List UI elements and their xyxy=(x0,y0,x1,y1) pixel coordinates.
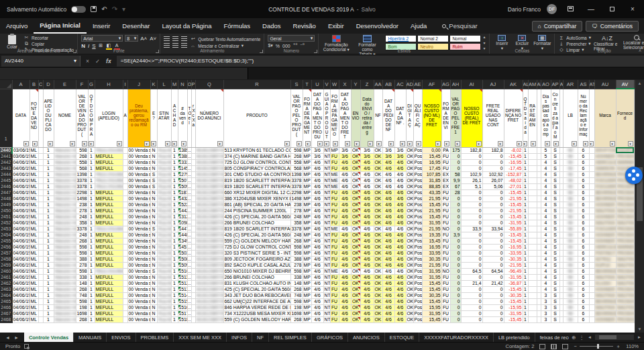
cell-R2468[interactable]: 559 (C) GOLDEN MELODY HARMONICA xyxy=(223,316,290,322)
header-cell-Z[interactable]: Data do ENVI O / retira da / entre g▾ xyxy=(360,89,374,147)
cell-V2464[interactable]: NT xyxy=(323,292,330,298)
cell-AM2463[interactable] xyxy=(528,286,537,292)
cell-I2461[interactable] xyxy=(123,274,127,280)
cell-W2442[interactable]: FU xyxy=(330,159,339,165)
cell-J2451[interactable]: 00 Venda se xyxy=(127,214,150,220)
zoom-level[interactable]: 110% xyxy=(626,343,639,349)
cell-AF2447[interactable]: 43,35 xyxy=(422,189,441,195)
cell-G2444[interactable]: 1 xyxy=(88,171,95,177)
cell-B2449[interactable]: ML xyxy=(30,202,38,208)
cell-X2463[interactable]: 4/6 xyxy=(339,286,351,292)
cell-AR2456[interactable]: 98 xyxy=(563,244,578,250)
header-cell-A[interactable]: DATA▾ xyxy=(12,89,30,147)
cell-J2466[interactable]: 00 Venda se xyxy=(127,304,150,310)
ribbon-tab-inserir[interactable]: Inserir xyxy=(87,18,116,34)
cell-R2466[interactable]: 846 HARPIA VERDE REDE DE DESCAN xyxy=(223,304,290,310)
cell-AD2464[interactable]: OK xyxy=(406,292,413,298)
cell-AU2441[interactable]: HOHNER xyxy=(594,153,616,159)
cell-AA2453[interactable]: OK xyxy=(374,226,382,232)
cell-E2457[interactable]: Marcelo Vieira xyxy=(54,250,76,256)
cell-L2442[interactable]: Rua Almeida P xyxy=(157,159,171,165)
header-cell-AB[interactable]: DATA DO PEDI DO DE NF▾ xyxy=(382,89,394,147)
cell-AC2456[interactable]: 4/6 xyxy=(394,244,406,250)
cell-H2458[interactable]: MEFULL xyxy=(95,256,123,262)
cell-W2440[interactable]: MP xyxy=(330,147,339,153)
filter-dropdown-icon[interactable]: ▾ xyxy=(48,141,53,146)
cell-AC2455[interactable]: 4/6 xyxy=(394,238,406,244)
cell-AP2465[interactable]: S xyxy=(551,298,559,304)
cell-F2455[interactable]: 268 xyxy=(76,238,88,244)
cell-AS2456[interactable]: 6 xyxy=(578,244,589,250)
hscroll-right-icon[interactable]: ► xyxy=(637,335,641,339)
cell-AL2465[interactable]: 1 xyxy=(523,298,528,304)
cell-AV2452[interactable]: NAUTIKA xyxy=(616,220,634,226)
cell-A2454[interactable]: 04/06/19 xyxy=(12,232,30,238)
cell-AC2459[interactable]: 4/6 xyxy=(394,262,406,268)
cell-H2465[interactable]: MEFULL xyxy=(95,298,123,304)
cell-G2458[interactable]: 1 xyxy=(88,256,95,262)
cell-AF2460[interactable]: 31,95 xyxy=(422,268,441,274)
cell-AM2462[interactable] xyxy=(528,280,537,286)
cell-AO2451[interactable]: 4 xyxy=(541,214,551,220)
cell-N2465[interactable]: 15152 xyxy=(178,298,187,304)
cell-AJ2467[interactable]: 0 xyxy=(482,310,504,316)
cell-AU2442[interactable]: HERCULES xyxy=(594,159,616,165)
cell-AD2460[interactable]: OK xyxy=(406,268,413,274)
cell-AI2440[interactable]: 182,8 xyxy=(461,147,482,153)
cell-AG2468[interactable]: FU xyxy=(441,316,450,322)
filter-dropdown-icon[interactable]: ▾ xyxy=(523,141,527,146)
cell-D2443[interactable]: 1 xyxy=(43,165,54,171)
cell-AA2452[interactable]: OK xyxy=(374,220,382,226)
cell-AA2441[interactable]: OK xyxy=(374,153,382,159)
cell-AD2445[interactable]: OK xyxy=(406,177,413,183)
cell-AK2448[interactable]: -21,95 xyxy=(504,195,523,202)
cell-AO2456[interactable]: 4 xyxy=(541,244,551,250)
cell-C2459[interactable] xyxy=(38,262,43,268)
cell-U2452[interactable]: 4/6 xyxy=(311,220,323,226)
cell-C2460[interactable] xyxy=(38,268,43,274)
cell-B2448[interactable]: ML xyxy=(30,195,38,202)
cell-AT2449[interactable] xyxy=(589,202,594,208)
cell-U2448[interactable]: 4/6 xyxy=(311,195,323,202)
cell-AO2450[interactable]: 4 xyxy=(541,208,551,214)
cell-AF2463[interactable]: 15,45 xyxy=(422,286,441,292)
cell-AU2461[interactable]: NAUTIKA xyxy=(594,274,616,280)
column-header-F[interactable]: F xyxy=(76,80,88,89)
cell-AR2465[interactable]: 98 xyxy=(563,298,578,304)
filter-dropdown-icon[interactable]: ▾ xyxy=(376,141,382,146)
cell-M2462[interactable]: 1 xyxy=(171,280,178,286)
cell-AJ2468[interactable]: 0 xyxy=(482,316,504,322)
cell-AA2440[interactable]: OK xyxy=(374,147,382,153)
cell-E2444[interactable]: Marcelo Vieira xyxy=(54,171,76,177)
cell-AK2449[interactable]: -15,45 xyxy=(504,202,523,208)
header-cell-T[interactable]: FO RM A DE PA GA ME NT▾ xyxy=(303,89,311,147)
cell-C2454[interactable] xyxy=(38,232,43,238)
cell-H2447[interactable]: MEFULL xyxy=(95,189,123,195)
cell-AU2466[interactable]: NAUTIKA xyxy=(594,304,616,310)
column-header-C[interactable]: C xyxy=(38,80,43,89)
cell-M2458[interactable]: 1 xyxy=(171,256,178,262)
share-button[interactable]: ⌂Compartilhar xyxy=(532,21,583,32)
cell-Y2456[interactable]: OK xyxy=(351,244,360,250)
cell-AP2442[interactable]: S xyxy=(551,159,559,165)
cell-AG2451[interactable]: FU xyxy=(441,214,450,220)
cell-AL2460[interactable]: 1 xyxy=(523,268,528,274)
cell-U2446[interactable]: 4/6 xyxy=(311,183,323,189)
cell-M2445[interactable]: 1 xyxy=(171,177,178,183)
cell-N2446[interactable]: 15098 xyxy=(178,183,187,189)
cell-AB2440[interactable]: 3/6 xyxy=(382,147,394,153)
cell-A2441[interactable]: 03/06/19 xyxy=(12,153,30,159)
header-cell-AO[interactable]: Dia s pas sad os apó s a co mp▾ xyxy=(541,89,551,147)
cell-AS2467[interactable]: 6 xyxy=(578,310,589,316)
cell-AC2454[interactable]: 4/6 xyxy=(394,232,406,238)
cell-D2449[interactable]: 1 xyxy=(43,202,54,208)
cell-Q2452[interactable]: MLB123897456 xyxy=(195,220,223,226)
cell-L2464[interactable]: Rua Almeida P xyxy=(157,292,171,298)
header-cell-AL[interactable]: Q T D sa íd a▾ xyxy=(523,89,528,147)
cell-N2450[interactable]: 14425 xyxy=(178,208,187,214)
header-cell-V[interactable]: G UI A O PR OD UT▾ xyxy=(323,89,330,147)
cell-AS2452[interactable]: 6 xyxy=(578,220,589,226)
cell-AL2447[interactable]: 1 xyxy=(523,189,528,195)
header-cell-B[interactable]: FO NT E DA VE ND▾ xyxy=(30,89,38,147)
cell-AV2466[interactable]: NAUTIKA xyxy=(616,304,634,310)
